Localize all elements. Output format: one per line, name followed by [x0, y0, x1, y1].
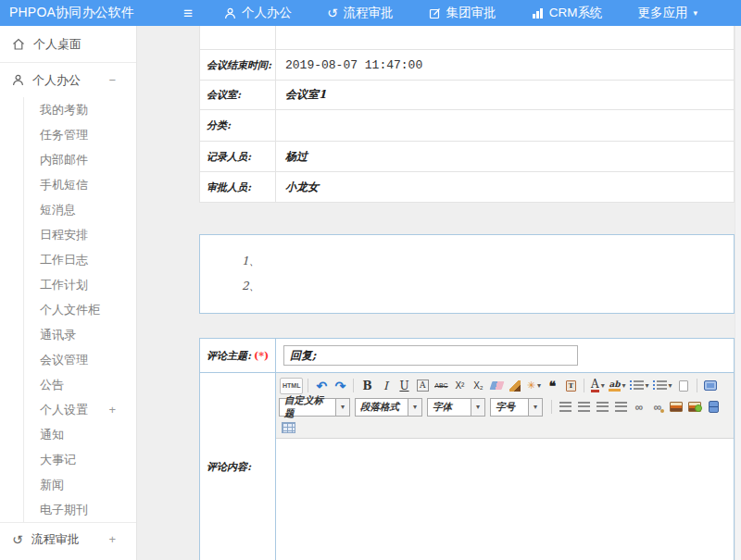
sidebar-item-label: 任务管理 — [40, 127, 88, 143]
sidebar: 个人桌面 个人办公 − 我的考勤 任务管理 内部邮件 手机短信 短消息 日程安排… — [0, 26, 137, 560]
sidebar-item-contacts[interactable]: 通讯录 — [24, 322, 136, 347]
media-icon — [709, 401, 719, 413]
sidebar-item-tasks[interactable]: 任务管理 — [24, 122, 136, 147]
sidebar-item-internal-mail[interactable]: 内部邮件 — [24, 147, 136, 172]
sidebar-item-file-cabinet[interactable]: 个人文件柜 — [24, 297, 136, 322]
expand-icon[interactable]: + — [108, 532, 116, 546]
comment-content-label: 评论内容: — [200, 373, 276, 560]
sidebar-section-workflow-approval[interactable]: ↺ 流程审批 + — [0, 522, 136, 555]
insert-link-button[interactable]: ∞ — [631, 399, 647, 416]
bar-chart-icon — [532, 7, 544, 19]
sidebar-section-personal-office[interactable]: 个人办公 − — [0, 63, 136, 97]
custom-title-select[interactable]: 自定义标题 ▾ — [279, 398, 350, 417]
paragraph-format-select[interactable]: 段落格式 ▾ — [355, 398, 422, 417]
sidebar-item-work-plan[interactable]: 工作计划 — [24, 272, 136, 297]
font-border-button[interactable]: A — [417, 380, 429, 392]
sidebar-item-label: 日程安排 — [40, 227, 88, 243]
sidebar-item-schedule[interactable]: 日程安排 — [24, 222, 136, 247]
paste-text-button[interactable]: T — [562, 378, 579, 394]
field-value: 小龙女 — [276, 172, 734, 202]
image-plus-icon — [688, 402, 701, 412]
sidebar-item-e-journal[interactable]: 电子期刊 — [24, 497, 136, 522]
insert-image-button[interactable] — [668, 399, 684, 416]
chevron-down-icon: ▾ — [601, 381, 605, 390]
sidebar-section-label: 个人办公 — [32, 72, 81, 89]
field-value — [276, 110, 734, 141]
sidebar-item-news[interactable]: 新闻 — [24, 472, 136, 497]
subscript-button[interactable]: X₂ — [470, 378, 486, 394]
superscript-button[interactable]: X² — [451, 378, 468, 394]
toolbar-row-2: 自定义标题 ▾ 段落格式 ▾ 字体 ▾ 字号 ▾ — [279, 396, 731, 417]
ordered-list-button[interactable]: ▾ — [629, 378, 650, 394]
align-left-button[interactable] — [557, 399, 573, 416]
underline-button[interactable]: U — [396, 378, 412, 394]
nav-crm-system[interactable]: CRM系统 — [532, 5, 603, 21]
sidebar-item-desktop[interactable]: 个人桌面 — [0, 26, 136, 63]
edit-icon — [429, 7, 441, 19]
vertical-scrollbar[interactable] — [735, 26, 741, 560]
italic-button[interactable]: I — [377, 378, 394, 394]
sidebar-item-label: 通讯录 — [40, 327, 76, 343]
comment-subject-input[interactable]: 回复; — [283, 345, 578, 366]
comment-content-row: 评论内容: HTML ↶ ↷ B I U A ABC — [200, 373, 734, 560]
insert-table-button[interactable] — [280, 419, 296, 436]
insert-media-button[interactable] — [705, 399, 722, 416]
field-value: 2019-08-07 11:47:00 — [276, 50, 734, 80]
person-icon — [12, 74, 24, 86]
sidebar-item-notice[interactable]: 通知 — [24, 422, 136, 447]
field-label: 记录人员: — [200, 142, 276, 171]
redo-icon[interactable]: ↷ — [332, 378, 348, 394]
sidebar-item-short-message[interactable]: 短消息 — [24, 197, 136, 222]
sidebar-item-meeting-management[interactable]: 会议管理 — [24, 347, 136, 372]
expand-icon[interactable]: + — [108, 403, 116, 417]
comment-subject-label: 评论主题: (*) — [200, 339, 276, 372]
table-row-approver: 审批人员: 小龙女 — [200, 172, 734, 203]
align-center-button[interactable] — [575, 399, 592, 416]
new-page-button[interactable] — [675, 378, 692, 394]
upload-image-button[interactable] — [686, 399, 703, 416]
eraser-button[interactable] — [488, 378, 505, 394]
sidebar-item-label: 个人设置 — [40, 402, 88, 418]
nav-more-apps[interactable]: 更多应用 ▾ — [637, 5, 697, 21]
brush-icon — [509, 380, 521, 392]
highlight-color-button[interactable]: ab▾ — [608, 378, 626, 394]
home-icon — [12, 38, 25, 50]
sidebar-item-label: 工作日志 — [40, 252, 88, 268]
undo-icon[interactable]: ↶ — [313, 378, 330, 394]
nav-personal-office[interactable]: 个人办公 — [224, 5, 292, 21]
sidebar-item-sms[interactable]: 手机短信 — [24, 172, 136, 197]
sidebar-item-work-log[interactable]: 工作日志 — [24, 247, 136, 272]
collapse-icon[interactable]: − — [108, 73, 116, 87]
auto-typeset-button[interactable]: ✳▾ — [525, 378, 542, 394]
sidebar-item-label: 手机短信 — [40, 177, 88, 193]
nav-group-approval[interactable]: 集团审批 — [429, 5, 496, 21]
font-size-select[interactable]: 字号 ▾ — [490, 398, 543, 417]
blockquote-button[interactable]: ❝ — [544, 378, 560, 394]
unordered-list-button[interactable]: ▾ — [652, 378, 673, 394]
format-painter-button[interactable] — [507, 378, 523, 394]
fullscreen-button[interactable] — [702, 378, 719, 394]
font-family-select[interactable]: 字体 ▾ — [427, 398, 485, 417]
justify-icon — [615, 402, 627, 412]
chevron-down-icon: ▾ — [471, 399, 484, 416]
sidebar-item-label: 大事记 — [40, 452, 76, 468]
editor-content-area[interactable] — [276, 439, 734, 560]
sidebar-item-attendance[interactable]: 我的考勤 — [24, 97, 136, 122]
hamburger-menu-icon[interactable]: ≡ — [178, 6, 198, 21]
strikethrough-button[interactable]: ABC — [433, 378, 449, 394]
justify-button[interactable] — [612, 399, 629, 416]
sidebar-item-events[interactable]: 大事记 — [24, 447, 136, 472]
sidebar-item-personal-settings[interactable]: 个人设置 + — [24, 397, 136, 422]
align-right-button[interactable] — [594, 399, 610, 416]
bold-button[interactable]: B — [358, 378, 375, 394]
font-color-button[interactable]: A▾ — [589, 378, 606, 394]
select-value: 段落格式 — [356, 399, 408, 416]
table-row-end-time: 会议结束时间: 2019-08-07 11:47:00 — [200, 50, 734, 81]
history-icon: ↺ — [327, 6, 338, 19]
nav-workflow-approval[interactable]: ↺ 流程审批 — [327, 5, 394, 21]
sidebar-item-announcement[interactable]: 公告 — [24, 372, 136, 397]
rich-text-editor: HTML ↶ ↷ B I U A ABC X² X₂ ✳ — [276, 373, 734, 560]
html-source-button[interactable]: HTML — [280, 378, 303, 394]
comment-form: 评论主题: (*) 回复; 评论内容: HTML ↶ ↷ — [199, 338, 735, 560]
remove-link-button[interactable]: ∞ — [649, 399, 666, 416]
